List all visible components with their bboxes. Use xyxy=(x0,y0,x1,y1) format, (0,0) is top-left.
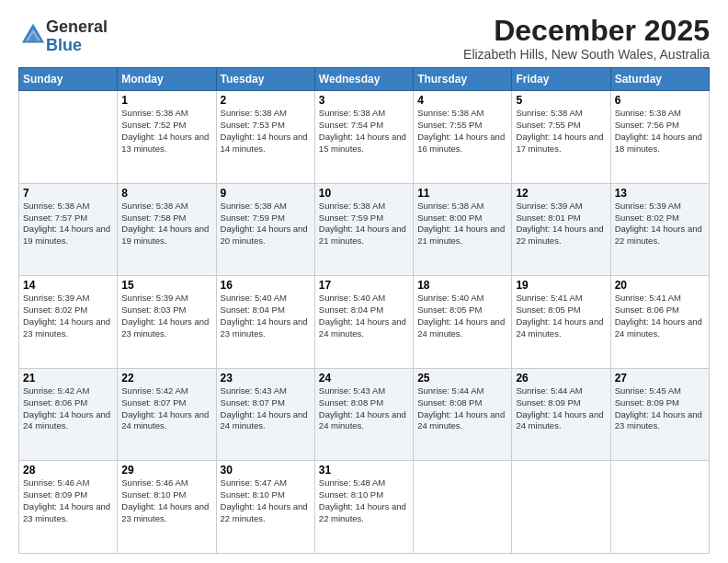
table-row: 24Sunrise: 5:43 AM Sunset: 8:08 PM Dayli… xyxy=(314,368,413,461)
table-row: 7Sunrise: 5:38 AM Sunset: 7:57 PM Daylig… xyxy=(19,183,118,276)
day-number: 12 xyxy=(516,187,606,200)
calendar-header-row: Sunday Monday Tuesday Wednesday Thursday… xyxy=(19,68,710,91)
day-info: Sunrise: 5:45 AM Sunset: 8:09 PM Dayligh… xyxy=(615,385,705,432)
table-row: 11Sunrise: 5:38 AM Sunset: 8:00 PM Dayli… xyxy=(414,183,512,276)
logo-general-text: General xyxy=(46,18,108,37)
day-info: Sunrise: 5:38 AM Sunset: 7:55 PM Dayligh… xyxy=(516,108,606,155)
day-info: Sunrise: 5:38 AM Sunset: 7:53 PM Dayligh… xyxy=(221,108,311,155)
day-number: 15 xyxy=(121,279,211,292)
table-row: 17Sunrise: 5:40 AM Sunset: 8:04 PM Dayli… xyxy=(314,276,413,369)
day-number: 20 xyxy=(615,279,705,292)
day-number: 3 xyxy=(319,94,409,107)
header-wednesday: Wednesday xyxy=(314,68,413,91)
header-friday: Friday xyxy=(512,68,610,91)
day-number: 31 xyxy=(319,464,409,477)
table-row xyxy=(512,461,610,554)
table-row: 15Sunrise: 5:39 AM Sunset: 8:03 PM Dayli… xyxy=(118,276,216,369)
header-tuesday: Tuesday xyxy=(216,68,314,91)
day-number: 29 xyxy=(121,464,211,477)
table-row xyxy=(610,461,709,554)
table-row: 10Sunrise: 5:38 AM Sunset: 7:59 PM Dayli… xyxy=(314,183,413,276)
table-row: 29Sunrise: 5:46 AM Sunset: 8:10 PM Dayli… xyxy=(118,461,216,554)
table-row: 22Sunrise: 5:42 AM Sunset: 8:07 PM Dayli… xyxy=(118,368,216,461)
day-info: Sunrise: 5:42 AM Sunset: 8:07 PM Dayligh… xyxy=(121,385,211,432)
page: General Blue December 2025 Elizabeth Hil… xyxy=(0,0,728,563)
day-number: 16 xyxy=(221,279,311,292)
table-row: 23Sunrise: 5:43 AM Sunset: 8:07 PM Dayli… xyxy=(216,368,314,461)
calendar-week-1: 1Sunrise: 5:38 AM Sunset: 7:52 PM Daylig… xyxy=(19,91,710,184)
day-info: Sunrise: 5:38 AM Sunset: 7:59 PM Dayligh… xyxy=(221,201,311,247)
day-info: Sunrise: 5:38 AM Sunset: 7:54 PM Dayligh… xyxy=(319,108,409,155)
day-number: 10 xyxy=(319,187,409,200)
location: Elizabeth Hills, New South Wales, Austra… xyxy=(463,47,710,62)
day-info: Sunrise: 5:40 AM Sunset: 8:04 PM Dayligh… xyxy=(319,293,409,339)
day-number: 1 xyxy=(121,94,211,107)
day-number: 28 xyxy=(23,464,113,477)
day-number: 5 xyxy=(516,94,606,107)
table-row: 30Sunrise: 5:47 AM Sunset: 8:10 PM Dayli… xyxy=(216,461,314,554)
table-row: 1Sunrise: 5:38 AM Sunset: 7:52 PM Daylig… xyxy=(118,91,216,184)
day-info: Sunrise: 5:46 AM Sunset: 8:09 PM Dayligh… xyxy=(23,477,113,524)
table-row: 4Sunrise: 5:38 AM Sunset: 7:55 PM Daylig… xyxy=(414,91,512,184)
day-number: 24 xyxy=(319,372,409,385)
calendar-week-3: 14Sunrise: 5:39 AM Sunset: 8:02 PM Dayli… xyxy=(19,276,710,369)
day-info: Sunrise: 5:39 AM Sunset: 8:01 PM Dayligh… xyxy=(516,201,606,247)
table-row: 2Sunrise: 5:38 AM Sunset: 7:53 PM Daylig… xyxy=(216,91,314,184)
day-number: 22 xyxy=(121,372,211,385)
day-number: 2 xyxy=(221,94,311,107)
table-row: 28Sunrise: 5:46 AM Sunset: 8:09 PM Dayli… xyxy=(19,461,118,554)
day-number: 25 xyxy=(417,372,507,385)
table-row xyxy=(19,91,118,184)
day-info: Sunrise: 5:38 AM Sunset: 7:55 PM Dayligh… xyxy=(417,108,507,155)
header-thursday: Thursday xyxy=(414,68,512,91)
day-number: 6 xyxy=(615,94,705,107)
day-info: Sunrise: 5:48 AM Sunset: 8:10 PM Dayligh… xyxy=(319,477,409,524)
table-row xyxy=(414,461,512,554)
table-row: 16Sunrise: 5:40 AM Sunset: 8:04 PM Dayli… xyxy=(216,276,314,369)
day-number: 13 xyxy=(615,187,705,200)
table-row: 12Sunrise: 5:39 AM Sunset: 8:01 PM Dayli… xyxy=(512,183,610,276)
month-title: December 2025 xyxy=(463,15,710,47)
table-row: 31Sunrise: 5:48 AM Sunset: 8:10 PM Dayli… xyxy=(314,461,413,554)
day-info: Sunrise: 5:38 AM Sunset: 8:00 PM Dayligh… xyxy=(417,201,507,247)
day-info: Sunrise: 5:43 AM Sunset: 8:07 PM Dayligh… xyxy=(221,385,311,432)
day-number: 14 xyxy=(23,279,113,292)
day-info: Sunrise: 5:47 AM Sunset: 8:10 PM Dayligh… xyxy=(221,477,311,524)
day-info: Sunrise: 5:38 AM Sunset: 7:57 PM Dayligh… xyxy=(23,201,113,247)
day-info: Sunrise: 5:46 AM Sunset: 8:10 PM Dayligh… xyxy=(121,477,211,524)
day-number: 26 xyxy=(516,372,606,385)
table-row: 20Sunrise: 5:41 AM Sunset: 8:06 PM Dayli… xyxy=(610,276,709,369)
day-info: Sunrise: 5:38 AM Sunset: 7:58 PM Dayligh… xyxy=(121,201,211,247)
day-info: Sunrise: 5:40 AM Sunset: 8:04 PM Dayligh… xyxy=(221,293,311,339)
table-row: 27Sunrise: 5:45 AM Sunset: 8:09 PM Dayli… xyxy=(610,368,709,461)
day-info: Sunrise: 5:43 AM Sunset: 8:08 PM Dayligh… xyxy=(319,385,409,432)
day-number: 27 xyxy=(615,372,705,385)
day-number: 18 xyxy=(417,279,507,292)
day-number: 11 xyxy=(417,187,507,200)
logo-icon xyxy=(20,22,46,48)
table-row: 19Sunrise: 5:41 AM Sunset: 8:05 PM Dayli… xyxy=(512,276,610,369)
day-number: 4 xyxy=(417,94,507,107)
day-number: 8 xyxy=(121,187,211,200)
table-row: 3Sunrise: 5:38 AM Sunset: 7:54 PM Daylig… xyxy=(314,91,413,184)
table-row: 9Sunrise: 5:38 AM Sunset: 7:59 PM Daylig… xyxy=(216,183,314,276)
header: General Blue December 2025 Elizabeth Hil… xyxy=(18,15,710,62)
calendar-week-4: 21Sunrise: 5:42 AM Sunset: 8:06 PM Dayli… xyxy=(19,368,710,461)
table-row: 13Sunrise: 5:39 AM Sunset: 8:02 PM Dayli… xyxy=(610,183,709,276)
day-info: Sunrise: 5:38 AM Sunset: 7:56 PM Dayligh… xyxy=(615,108,705,155)
day-info: Sunrise: 5:41 AM Sunset: 8:06 PM Dayligh… xyxy=(615,293,705,339)
day-info: Sunrise: 5:38 AM Sunset: 7:52 PM Dayligh… xyxy=(121,108,211,155)
day-number: 19 xyxy=(516,279,606,292)
table-row: 25Sunrise: 5:44 AM Sunset: 8:08 PM Dayli… xyxy=(414,368,512,461)
day-info: Sunrise: 5:40 AM Sunset: 8:05 PM Dayligh… xyxy=(417,293,507,339)
table-row: 26Sunrise: 5:44 AM Sunset: 8:09 PM Dayli… xyxy=(512,368,610,461)
logo-text: General Blue xyxy=(46,18,108,55)
day-info: Sunrise: 5:42 AM Sunset: 8:06 PM Dayligh… xyxy=(23,385,113,432)
calendar-week-5: 28Sunrise: 5:46 AM Sunset: 8:09 PM Dayli… xyxy=(19,461,710,554)
header-sunday: Sunday xyxy=(19,68,118,91)
calendar-week-2: 7Sunrise: 5:38 AM Sunset: 7:57 PM Daylig… xyxy=(19,183,710,276)
day-info: Sunrise: 5:41 AM Sunset: 8:05 PM Dayligh… xyxy=(516,293,606,339)
day-number: 7 xyxy=(23,187,113,200)
logo-blue-text: Blue xyxy=(46,37,108,55)
table-row: 5Sunrise: 5:38 AM Sunset: 7:55 PM Daylig… xyxy=(512,91,610,184)
